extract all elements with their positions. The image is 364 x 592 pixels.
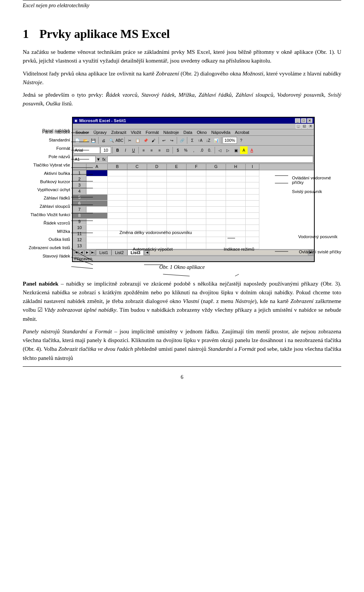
undo-btn[interactable]: ↩ [160,137,168,144]
font-box[interactable]: Arial [74,147,100,154]
sheet-first-btn[interactable]: |◀ [73,250,78,255]
cell-b1[interactable] [108,170,127,176]
sort-asc-btn[interactable]: ↑A [196,137,204,144]
menu-acrobat[interactable]: Acrobat [233,130,251,135]
cell-h8[interactable] [226,213,246,219]
menu-upravy[interactable]: Úpravy [91,130,108,135]
cell-d4[interactable] [147,188,167,195]
cell-h5[interactable] [226,195,246,201]
cell-g8[interactable] [206,213,226,219]
cell-d12[interactable] [147,237,167,243]
cell-i2[interactable] [246,176,259,182]
cell-e2[interactable] [167,176,187,182]
sheet-next-btn[interactable]: ▶ [85,250,90,255]
name-box[interactable]: A1 [74,156,96,163]
cell-g6[interactable] [206,201,226,207]
cell-h2[interactable] [226,176,246,182]
cell-c8[interactable] [127,213,147,219]
cell-g13[interactable] [206,243,226,249]
align-right-btn[interactable]: ≡ [156,146,163,154]
menu-vlozit[interactable]: Vložit [129,130,143,135]
cell-a7[interactable] [86,207,108,213]
copy-btn[interactable]: 📋 [134,137,141,144]
menu-nastroje[interactable]: Nástroje [162,130,181,135]
cell-b4[interactable] [108,188,127,195]
cell-g10[interactable] [206,225,226,231]
cell-f13[interactable] [187,243,206,249]
cell-h3[interactable] [226,182,246,188]
dec-inc-btn[interactable]: .0 [198,146,206,154]
cell-d7[interactable] [147,207,167,213]
cell-b7[interactable] [108,207,127,213]
maximize-btn[interactable]: □ [301,118,306,123]
cell-h4[interactable] [226,188,246,195]
cell-e8[interactable] [167,213,187,219]
cell-c1[interactable] [127,170,147,176]
cell-h7[interactable] [226,207,246,213]
close-btn[interactable]: ✕ [307,118,312,123]
cell-e4[interactable] [167,188,187,195]
formula-input[interactable] [107,156,313,163]
cell-a6[interactable] [86,201,108,207]
cell-h11[interactable] [226,231,246,237]
menu-soubor[interactable]: Soubor [74,130,91,135]
cell-f9[interactable] [187,219,206,225]
cell-i9[interactable] [246,219,259,225]
cell-i3[interactable] [246,182,259,188]
cell-f6[interactable] [187,201,206,207]
cell-i6[interactable] [246,201,259,207]
cell-a3[interactable] [86,182,108,188]
cell-a8[interactable] [86,213,108,219]
autosum-btn[interactable]: Σ [188,137,196,144]
currency-btn[interactable]: $ [174,146,182,154]
align-center-btn[interactable]: ≡ [148,146,155,154]
cell-d3[interactable] [147,182,167,188]
cell-g11[interactable] [206,231,226,237]
underline-btn[interactable]: U [130,146,137,154]
cell-b5[interactable] [108,195,127,201]
cell-c7[interactable] [127,207,147,213]
cell-c5[interactable] [127,195,147,201]
cell-f7[interactable] [187,207,206,213]
cell-g4[interactable] [206,188,226,195]
font-color-btn[interactable]: A [248,146,256,154]
cell-g7[interactable] [206,207,226,213]
cell-f5[interactable] [187,195,206,201]
cell-e1[interactable] [167,170,187,176]
cell-f1[interactable] [187,170,206,176]
cell-i8[interactable] [246,213,259,219]
cell-b12[interactable] [108,237,127,243]
cell-c4[interactable] [127,188,147,195]
cell-b9[interactable] [108,219,127,225]
hyperlink-btn[interactable]: 🔗 [178,137,186,144]
indent-dec-btn[interactable]: ◁ [216,146,224,154]
cell-f2[interactable] [187,176,206,182]
cell-a9[interactable] [86,219,108,225]
minimize-btn[interactable]: _ [295,118,300,123]
format-painter-btn[interactable]: 🖌 [150,137,157,144]
menu-format[interactable]: Formát [144,130,161,135]
cell-b8[interactable] [108,213,127,219]
cell-b13[interactable] [108,243,127,249]
font-size-box[interactable]: 10 [100,147,111,154]
zoom-box[interactable]: 100% [223,137,237,144]
cell-f8[interactable] [187,213,206,219]
new-btn[interactable]: 📄 [74,137,81,144]
cell-c9[interactable] [127,219,147,225]
formula-expand-btn[interactable]: ▼ [96,157,100,162]
cell-h12[interactable] [226,237,246,243]
open-btn[interactable]: 📂 [82,137,89,144]
cell-g5[interactable] [206,195,226,201]
cell-f12[interactable] [187,237,206,243]
sheet-tab-list1[interactable]: List1 [96,250,111,255]
cell-h1[interactable] [226,170,246,176]
redo-btn[interactable]: ↪ [168,137,176,144]
cell-g12[interactable] [206,237,226,243]
cell-e7[interactable] [167,207,187,213]
preview-btn[interactable]: 🔍 [108,137,115,144]
cell-h6[interactable] [226,201,246,207]
cell-i7[interactable] [246,207,259,213]
cell-a1[interactable] [86,170,108,176]
cell-d6[interactable] [147,201,167,207]
indent-inc-btn[interactable]: ▷ [224,146,232,154]
